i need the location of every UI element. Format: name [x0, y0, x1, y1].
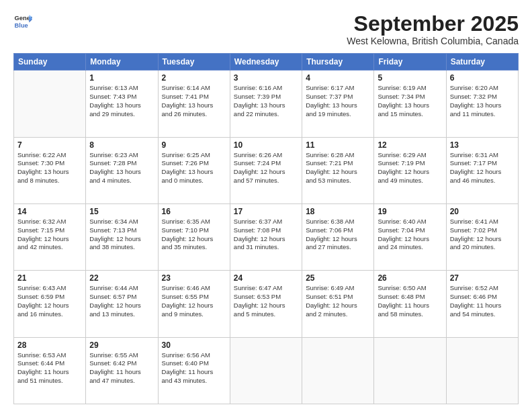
day-number: 6 — [450, 73, 515, 83]
day-number: 7 — [17, 140, 82, 150]
day-number: 29 — [89, 340, 154, 350]
calendar-cell: 3Sunrise: 6:16 AM Sunset: 7:39 PM Daylig… — [230, 71, 302, 137]
day-info: Sunrise: 6:17 AM Sunset: 7:37 PM Dayligh… — [306, 84, 370, 118]
day-number: 3 — [234, 73, 298, 83]
day-info: Sunrise: 6:40 AM Sunset: 7:04 PM Dayligh… — [378, 218, 442, 252]
calendar-cell — [230, 337, 302, 404]
day-number: 4 — [306, 73, 370, 83]
calendar-cell: 25Sunrise: 6:49 AM Sunset: 6:51 PM Dayli… — [302, 271, 374, 337]
day-info: Sunrise: 6:53 AM Sunset: 6:44 PM Dayligh… — [17, 351, 82, 385]
calendar-week-row: 14Sunrise: 6:32 AM Sunset: 7:15 PM Dayli… — [14, 203, 519, 270]
day-info: Sunrise: 6:52 AM Sunset: 6:46 PM Dayligh… — [450, 284, 515, 318]
weekday-header: Friday — [374, 54, 446, 71]
day-number: 18 — [306, 207, 370, 216]
calendar-cell: 21Sunrise: 6:43 AM Sunset: 6:59 PM Dayli… — [14, 271, 86, 337]
calendar-cell: 8Sunrise: 6:23 AM Sunset: 7:28 PM Daylig… — [86, 137, 158, 203]
day-info: Sunrise: 6:35 AM Sunset: 7:10 PM Dayligh… — [162, 218, 226, 252]
day-number: 5 — [378, 73, 442, 83]
calendar-page: General Blue September 2025 West Kelowna… — [0, 0, 532, 411]
day-number: 22 — [89, 273, 154, 283]
calendar-cell — [374, 337, 446, 404]
calendar-week-row: 7Sunrise: 6:22 AM Sunset: 7:30 PM Daylig… — [14, 137, 519, 203]
calendar-cell: 22Sunrise: 6:44 AM Sunset: 6:57 PM Dayli… — [86, 271, 158, 337]
calendar-cell: 13Sunrise: 6:31 AM Sunset: 7:17 PM Dayli… — [446, 137, 518, 203]
day-number: 30 — [162, 340, 226, 350]
calendar-week-row: 1Sunrise: 6:13 AM Sunset: 7:43 PM Daylig… — [14, 71, 519, 137]
day-number: 14 — [17, 207, 82, 216]
weekday-header: Sunday — [14, 54, 86, 71]
calendar-week-row: 28Sunrise: 6:53 AM Sunset: 6:44 PM Dayli… — [14, 337, 519, 404]
day-info: Sunrise: 6:50 AM Sunset: 6:48 PM Dayligh… — [378, 284, 442, 318]
calendar-cell: 28Sunrise: 6:53 AM Sunset: 6:44 PM Dayli… — [14, 337, 86, 404]
calendar-cell: 15Sunrise: 6:34 AM Sunset: 7:13 PM Dayli… — [86, 203, 158, 270]
calendar-cell: 26Sunrise: 6:50 AM Sunset: 6:48 PM Dayli… — [374, 271, 446, 337]
weekday-header-row: SundayMondayTuesdayWednesdayThursdayFrid… — [14, 54, 519, 71]
day-number: 12 — [378, 140, 442, 150]
day-info: Sunrise: 6:26 AM Sunset: 7:24 PM Dayligh… — [234, 151, 298, 185]
day-info: Sunrise: 6:49 AM Sunset: 6:51 PM Dayligh… — [306, 284, 370, 318]
calendar-cell: 4Sunrise: 6:17 AM Sunset: 7:37 PM Daylig… — [302, 71, 374, 137]
title-block: September 2025 West Kelowna, British Col… — [347, 12, 519, 46]
calendar-cell: 1Sunrise: 6:13 AM Sunset: 7:43 PM Daylig… — [86, 71, 158, 137]
calendar-cell: 12Sunrise: 6:29 AM Sunset: 7:19 PM Dayli… — [374, 137, 446, 203]
day-info: Sunrise: 6:28 AM Sunset: 7:21 PM Dayligh… — [306, 151, 370, 185]
day-number: 28 — [17, 340, 82, 350]
calendar-cell: 19Sunrise: 6:40 AM Sunset: 7:04 PM Dayli… — [374, 203, 446, 270]
calendar-cell: 23Sunrise: 6:46 AM Sunset: 6:55 PM Dayli… — [158, 271, 230, 337]
day-number: 2 — [162, 73, 226, 83]
day-info: Sunrise: 6:46 AM Sunset: 6:55 PM Dayligh… — [162, 284, 226, 318]
weekday-header: Tuesday — [158, 54, 230, 71]
day-info: Sunrise: 6:25 AM Sunset: 7:26 PM Dayligh… — [162, 151, 226, 185]
day-info: Sunrise: 6:19 AM Sunset: 7:34 PM Dayligh… — [378, 84, 442, 118]
calendar-cell — [302, 337, 374, 404]
day-number: 13 — [450, 140, 515, 150]
calendar-cell: 2Sunrise: 6:14 AM Sunset: 7:41 PM Daylig… — [158, 71, 230, 137]
day-number: 27 — [450, 273, 515, 283]
day-number: 23 — [162, 273, 226, 283]
calendar-table: SundayMondayTuesdayWednesdayThursdayFrid… — [13, 53, 519, 404]
day-info: Sunrise: 6:34 AM Sunset: 7:13 PM Dayligh… — [89, 218, 154, 252]
calendar-cell: 29Sunrise: 6:55 AM Sunset: 6:42 PM Dayli… — [86, 337, 158, 404]
day-number: 19 — [378, 207, 442, 216]
day-number: 20 — [450, 207, 515, 216]
calendar-cell — [14, 71, 86, 137]
day-number: 1 — [89, 73, 154, 83]
calendar-cell: 6Sunrise: 6:20 AM Sunset: 7:32 PM Daylig… — [446, 71, 518, 137]
day-info: Sunrise: 6:14 AM Sunset: 7:41 PM Dayligh… — [162, 84, 226, 118]
day-info: Sunrise: 6:56 AM Sunset: 6:40 PM Dayligh… — [162, 351, 226, 385]
weekday-header: Thursday — [302, 54, 374, 71]
calendar-cell: 24Sunrise: 6:47 AM Sunset: 6:53 PM Dayli… — [230, 271, 302, 337]
location: West Kelowna, British Columbia, Canada — [347, 36, 519, 46]
calendar-cell: 16Sunrise: 6:35 AM Sunset: 7:10 PM Dayli… — [158, 203, 230, 270]
calendar-cell: 20Sunrise: 6:41 AM Sunset: 7:02 PM Dayli… — [446, 203, 518, 270]
day-number: 11 — [306, 140, 370, 150]
weekday-header: Wednesday — [230, 54, 302, 71]
calendar-cell: 18Sunrise: 6:38 AM Sunset: 7:06 PM Dayli… — [302, 203, 374, 270]
calendar-cell: 14Sunrise: 6:32 AM Sunset: 7:15 PM Dayli… — [14, 203, 86, 270]
calendar-cell: 7Sunrise: 6:22 AM Sunset: 7:30 PM Daylig… — [14, 137, 86, 203]
calendar-cell: 30Sunrise: 6:56 AM Sunset: 6:40 PM Dayli… — [158, 337, 230, 404]
weekday-header: Monday — [86, 54, 158, 71]
day-info: Sunrise: 6:16 AM Sunset: 7:39 PM Dayligh… — [234, 84, 298, 118]
calendar-cell: 17Sunrise: 6:37 AM Sunset: 7:08 PM Dayli… — [230, 203, 302, 270]
day-info: Sunrise: 6:31 AM Sunset: 7:17 PM Dayligh… — [450, 151, 515, 185]
calendar-cell — [446, 337, 518, 404]
day-number: 8 — [89, 140, 154, 150]
day-number: 9 — [162, 140, 226, 150]
calendar-week-row: 21Sunrise: 6:43 AM Sunset: 6:59 PM Dayli… — [14, 271, 519, 337]
page-header: General Blue September 2025 West Kelowna… — [13, 12, 519, 46]
day-number: 15 — [89, 207, 154, 216]
day-info: Sunrise: 6:22 AM Sunset: 7:30 PM Dayligh… — [17, 151, 82, 185]
day-info: Sunrise: 6:44 AM Sunset: 6:57 PM Dayligh… — [89, 284, 154, 318]
day-info: Sunrise: 6:29 AM Sunset: 7:19 PM Dayligh… — [378, 151, 442, 185]
day-info: Sunrise: 6:43 AM Sunset: 6:59 PM Dayligh… — [17, 284, 82, 318]
calendar-cell: 27Sunrise: 6:52 AM Sunset: 6:46 PM Dayli… — [446, 271, 518, 337]
day-info: Sunrise: 6:38 AM Sunset: 7:06 PM Dayligh… — [306, 218, 370, 252]
day-info: Sunrise: 6:47 AM Sunset: 6:53 PM Dayligh… — [234, 284, 298, 318]
day-number: 26 — [378, 273, 442, 283]
day-number: 25 — [306, 273, 370, 283]
calendar-cell: 5Sunrise: 6:19 AM Sunset: 7:34 PM Daylig… — [374, 71, 446, 137]
day-info: Sunrise: 6:41 AM Sunset: 7:02 PM Dayligh… — [450, 218, 515, 252]
day-info: Sunrise: 6:37 AM Sunset: 7:08 PM Dayligh… — [234, 218, 298, 252]
calendar-cell: 10Sunrise: 6:26 AM Sunset: 7:24 PM Dayli… — [230, 137, 302, 203]
